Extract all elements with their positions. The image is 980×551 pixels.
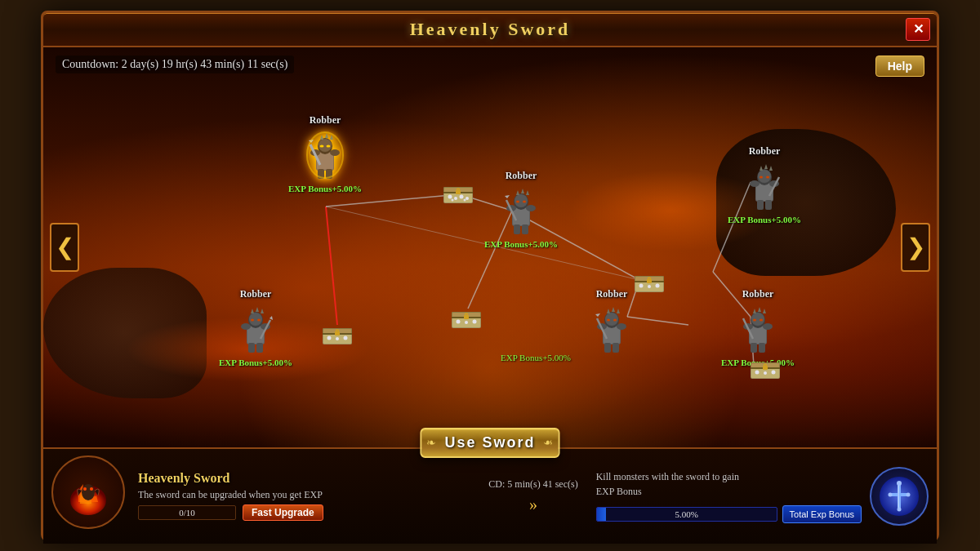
svg-point-75 (750, 180, 760, 187)
chest-svg-4 (631, 263, 667, 294)
svg-rect-42 (522, 224, 528, 234)
exp-bonus-icon-svg (878, 475, 920, 518)
svg-marker-40 (505, 195, 510, 198)
svg-point-15 (330, 149, 340, 156)
chest-svg-5 (747, 349, 783, 380)
enemy-figure-5 (743, 159, 786, 213)
enemy-figure-3 (234, 302, 277, 356)
chest-1[interactable] (440, 174, 476, 208)
chest-3[interactable] (448, 299, 484, 333)
node-robber4[interactable]: Robber (590, 288, 633, 356)
svg-point-90 (763, 323, 773, 330)
fast-upgrade-button[interactable]: Fast Upgrade (243, 504, 323, 521)
svg-marker-79 (760, 166, 763, 171)
sword-icon-circle (51, 455, 125, 529)
sword-fire-svg (62, 466, 114, 518)
svg-point-22 (327, 144, 331, 147)
svg-point-67 (607, 318, 610, 321)
robber-active-label: Robber (310, 114, 341, 127)
svg-marker-66 (617, 309, 620, 313)
svg-point-53 (257, 318, 261, 321)
exp-progress-bar: 5.00% (596, 507, 777, 522)
svg-rect-29 (513, 207, 529, 225)
svg-point-63 (605, 313, 618, 326)
right-section: Kill monsters with the sword to gain EXP… (596, 455, 929, 537)
svg-rect-44 (247, 326, 264, 344)
svg-point-97 (760, 318, 763, 321)
kill-description: Kill monsters with the sword to gain EXP… (596, 469, 862, 499)
robber5-exp-bonus: EXP Bonus+5.00% (728, 215, 801, 224)
svg-marker-70 (595, 313, 600, 317)
svg-point-156 (83, 487, 87, 491)
svg-point-151 (755, 370, 760, 374)
node-robber3[interactable]: Robber EXP Bonus+5.00% (219, 288, 292, 367)
svg-rect-161 (898, 482, 900, 511)
sword-info-section: Heavenly Sword The sword can be upgraded… (135, 455, 470, 537)
svg-point-110 (460, 194, 464, 198)
svg-rect-86 (765, 200, 772, 210)
svg-point-142 (648, 285, 651, 288)
svg-marker-80 (764, 164, 768, 169)
svg-rect-56 (248, 343, 255, 353)
enemy-figure-4 (590, 302, 633, 356)
svg-point-108 (448, 194, 452, 198)
nav-arrow-left[interactable]: ❮ (50, 223, 79, 272)
close-button[interactable]: ✕ (906, 18, 930, 41)
svg-point-141 (639, 283, 644, 287)
svg-point-155 (82, 484, 95, 500)
chest-2[interactable] (319, 315, 355, 349)
node-robber5[interactable]: Robber EXP Bonus+5.00% (728, 145, 801, 224)
chest-svg-2 (319, 315, 355, 346)
progress-row: 0/10 Fast Upgrade (138, 504, 470, 521)
svg-point-61 (617, 323, 626, 330)
svg-point-152 (764, 371, 767, 375)
nav-arrow-right[interactable]: ❯ (901, 223, 930, 272)
svg-point-157 (90, 487, 93, 491)
svg-point-132 (465, 321, 468, 324)
svg-point-131 (457, 319, 461, 323)
svg-point-164 (906, 492, 911, 496)
svg-marker-94 (758, 307, 761, 312)
svg-marker-81 (769, 166, 773, 171)
svg-marker-64 (607, 309, 610, 313)
svg-marker-55 (270, 316, 273, 320)
svg-point-96 (753, 318, 756, 321)
cd-text: CD: 5 min(s) 41 sec(s) (488, 478, 577, 491)
svg-point-111 (466, 197, 469, 200)
sword-progress-bar: 0/10 (138, 505, 236, 520)
node-robber2[interactable]: Robber EXP Bonus+5.00% (484, 170, 558, 249)
total-exp-button[interactable]: Total Exp Bonus (782, 505, 862, 523)
svg-point-109 (454, 197, 457, 200)
svg-point-162 (897, 481, 902, 486)
game-area: Countdown: 2 day(s) 19 hr(s) 43 min(s) 1… (43, 47, 937, 447)
use-sword-button[interactable]: Use Sword (420, 428, 559, 458)
svg-point-48 (249, 313, 262, 326)
svg-rect-71 (604, 343, 611, 353)
active-exp-bonus: EXP Bonus+5.00% (288, 184, 362, 193)
svg-point-68 (613, 318, 617, 321)
svg-point-82 (760, 176, 763, 178)
bottom-panel: Use Sword (43, 447, 937, 544)
cd-section: CD: 5 min(s) 41 sec(s) » (480, 455, 586, 537)
svg-rect-74 (756, 183, 773, 201)
svg-rect-72 (612, 343, 619, 353)
enemy-figure-2 (500, 184, 542, 238)
svg-rect-59 (604, 326, 620, 344)
svg-point-143 (656, 283, 660, 287)
svg-point-52 (251, 318, 254, 321)
svg-point-122 (336, 337, 339, 340)
svg-point-121 (327, 335, 332, 340)
help-button[interactable]: Help (875, 56, 924, 77)
use-sword-label: Use Sword (444, 434, 535, 451)
chest-4[interactable] (631, 263, 667, 297)
svg-point-163 (889, 492, 893, 496)
enemy-figure-6 (737, 302, 779, 356)
svg-point-123 (344, 335, 348, 340)
chest-5[interactable] (747, 349, 783, 384)
exp-bar-row: 5.00% Total Exp Bonus (596, 505, 862, 523)
svg-marker-36 (526, 190, 529, 195)
robber3-label: Robber (240, 288, 272, 300)
svg-marker-35 (521, 189, 524, 193)
node-robber-active[interactable]: Robber (288, 114, 362, 193)
svg-point-113 (464, 198, 466, 201)
